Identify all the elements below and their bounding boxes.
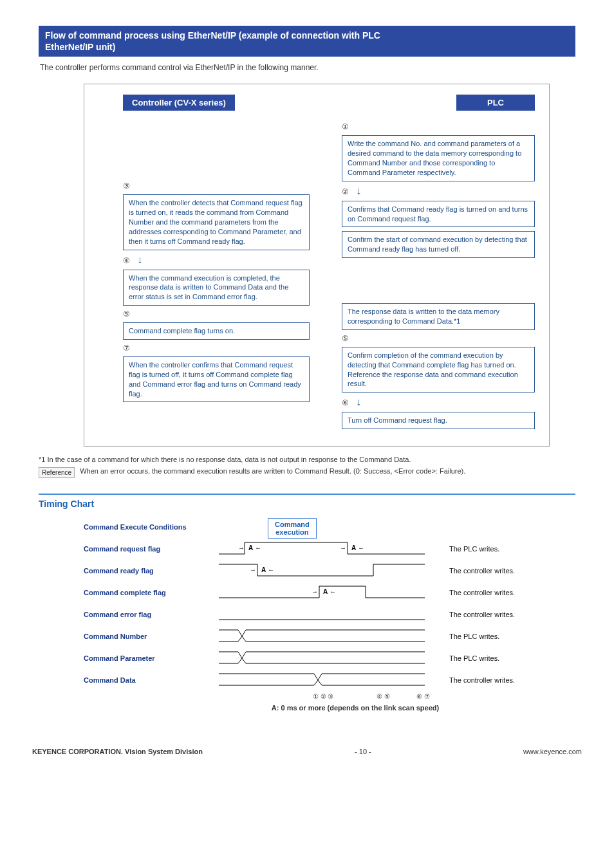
tc-chart-error xyxy=(219,605,425,623)
timing-chart-title: Timing Chart xyxy=(39,499,575,509)
tc-side-data: The controller writes. xyxy=(425,676,515,684)
tc-chart-request: →A←→A← xyxy=(219,540,425,558)
step4-num: ④ xyxy=(123,256,130,265)
step5r-num: ⑤ xyxy=(342,334,535,343)
svg-text:→: → xyxy=(312,588,318,595)
svg-text:→: → xyxy=(250,566,256,573)
svg-text:←: ← xyxy=(268,566,274,573)
svg-text:→: → xyxy=(238,544,245,551)
footnote: *1 In the case of a command for which th… xyxy=(39,456,575,463)
footer-right: www.keyence.com xyxy=(523,748,582,755)
svg-text:A: A xyxy=(323,588,328,595)
tc-label-data: Command Data xyxy=(39,676,219,684)
tc-chart-conditions: Command execution xyxy=(219,518,425,536)
svg-text:←: ← xyxy=(330,588,336,595)
svg-text:←: ← xyxy=(358,544,364,551)
page-footer: KEYENCE CORPORATION. Vision System Divis… xyxy=(0,731,614,775)
step1-box: Write the command No. and command parame… xyxy=(342,135,535,181)
step1-num: ① xyxy=(342,122,535,131)
arrow-down-icon: ↓ xyxy=(356,185,361,197)
step7-box: When the controller confirms that Comman… xyxy=(123,356,310,402)
step2-num: ② xyxy=(342,187,349,196)
timing-markers: ① ② ③ ④ ⑤ ⑥ ⑦ xyxy=(167,693,575,700)
footer-left: KEYENCE CORPORATION. Vision System Divis… xyxy=(32,748,203,755)
arrow-down-icon: ↓ xyxy=(137,254,142,266)
tc-label-number: Command Number xyxy=(39,633,219,640)
svg-text:→: → xyxy=(340,544,346,551)
tc-chart-number xyxy=(219,627,425,645)
tc-label-parameter: Command Parameter xyxy=(39,654,219,662)
step2b-box: Confirm the start of command execution b… xyxy=(342,231,535,258)
svg-text:A: A xyxy=(351,544,356,551)
header-line2: EtherNet/IP unit) xyxy=(45,42,115,52)
step4r-box: The response data is written to the data… xyxy=(342,303,535,330)
step7-num: ⑦ xyxy=(123,344,310,353)
tc-label-complete: Command complete flag xyxy=(39,589,219,596)
step6-num: ⑥ xyxy=(342,398,349,407)
tc-side-complete: The controller writes. xyxy=(425,589,515,596)
svg-text:←: ← xyxy=(255,544,261,551)
tc-label-error: Command error flag xyxy=(39,611,219,618)
tc-chart-ready: →A← xyxy=(219,562,425,580)
timing-caption: A: 0 ms or more (depends on the link sca… xyxy=(135,704,575,712)
tc-label-conditions: Command Execute Conditions xyxy=(39,523,219,531)
step6-box: Turn off Command request flag. xyxy=(342,412,535,429)
tc-label-ready: Command ready flag xyxy=(39,567,219,575)
tc-side-number: The PLC writes. xyxy=(425,633,499,640)
svg-text:A: A xyxy=(261,566,266,573)
tc-chart-parameter xyxy=(219,649,425,667)
step3-box: When the controller detects that Command… xyxy=(123,194,310,250)
reference-text: When an error occurs, the command execut… xyxy=(80,467,575,475)
tc-side-error: The controller writes. xyxy=(425,611,515,618)
svg-text:A: A xyxy=(248,544,253,551)
plc-label: PLC xyxy=(456,95,535,111)
tc-side-ready: The controller writes. xyxy=(425,567,515,575)
reference-badge: Reference xyxy=(39,467,75,478)
tc-label-request: Command request flag xyxy=(39,545,219,553)
footer-center: - 10 - xyxy=(355,748,371,755)
step5l-num: ⑤ xyxy=(123,309,310,319)
tc-side-request: The PLC writes. xyxy=(425,545,499,553)
step5l-box: Command complete flag turns on. xyxy=(123,322,310,340)
tc-side-parameter: The PLC writes. xyxy=(425,654,499,662)
controller-label: Controller (CV-X series) xyxy=(123,95,235,111)
command-execution-box: Command execution xyxy=(268,518,317,539)
step2-box: Confirms that Command ready flag is turn… xyxy=(342,201,535,228)
intro-text: The controller performs command control … xyxy=(40,63,575,72)
section-divider xyxy=(39,494,575,495)
step3-num: ③ xyxy=(123,181,310,190)
flow-diagram: Controller (CV-X series) PLC ① Write the… xyxy=(84,84,550,447)
step5r-box: Confirm completion of the command execut… xyxy=(342,347,535,392)
tc-chart-complete: →A← xyxy=(219,584,425,602)
step4-box: When the command execution is completed,… xyxy=(123,270,310,306)
header-line1: Flow of command process using EtherNet/I… xyxy=(45,30,380,41)
arrow-down-icon: ↓ xyxy=(356,396,361,408)
section-header: Flow of command process using EtherNet/I… xyxy=(39,26,575,57)
tc-chart-data xyxy=(219,671,425,689)
